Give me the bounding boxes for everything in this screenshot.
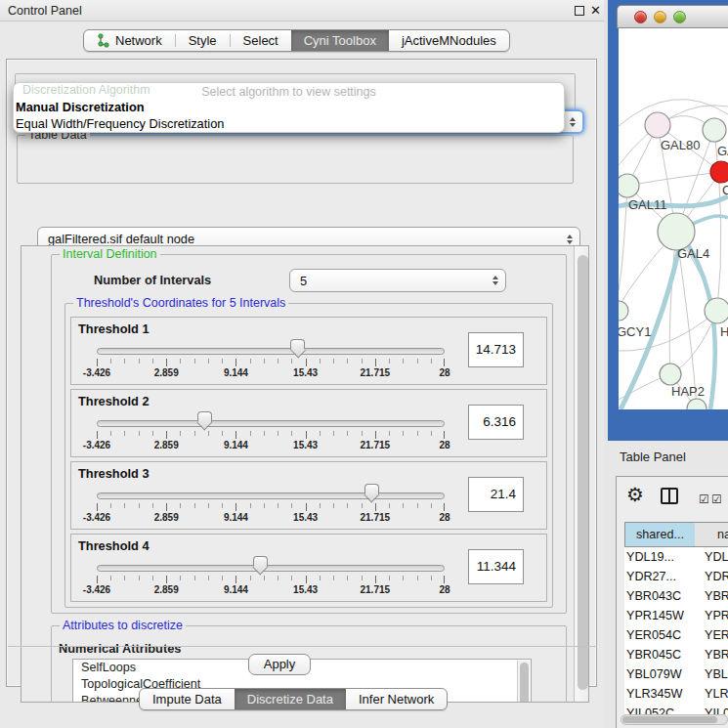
split-columns-icon[interactable]	[661, 488, 678, 504]
tick-label: -3.426	[83, 440, 110, 450]
node-label: GCY1	[619, 324, 651, 339]
threshold-1-panel: Threshold 1 -3.4262.8599.14415.4321.7152…	[70, 317, 547, 385]
tab-select-label: Select	[243, 33, 278, 48]
tab-infer-network-label: Infer Network	[359, 692, 434, 707]
node-gal11[interactable]	[619, 174, 639, 197]
numerical-attributes-label: Numerical Attributes	[59, 641, 181, 656]
close-traffic-light-icon[interactable]	[634, 11, 647, 23]
network-canvas[interactable]: GAL80GACGAL11GAL4GCY1HHAP2	[619, 28, 728, 409]
threshold-3-value-field[interactable]: 21.4	[468, 477, 524, 512]
node-selected-red[interactable]	[710, 161, 728, 183]
table-row[interactable]: YPR145WYPR1	[624, 606, 728, 625]
node-gal4[interactable]	[658, 213, 695, 250]
threshold-1-value-field[interactable]: 14.713	[468, 332, 524, 367]
control-panel: Control Panel ✕ Network Style Select Cyn…	[0, 0, 604, 728]
float-window-icon[interactable]	[575, 6, 584, 16]
threshold-4-slider-thumb[interactable]	[253, 556, 268, 567]
threshold-3-slider-track[interactable]	[97, 492, 445, 499]
table-row[interactable]: YDL19...YDL1	[624, 547, 728, 567]
horizontal-scrollbar[interactable]	[621, 714, 728, 725]
tab-impute-data[interactable]: Impute Data	[140, 689, 235, 709]
cell-name: YDL1	[705, 547, 728, 567]
option-equal-width-frequency[interactable]: Equal Width/Frequency Discretization	[16, 116, 224, 131]
node-label: GAL4	[677, 246, 709, 261]
divider	[8, 646, 597, 647]
tick-label: 28	[439, 512, 450, 523]
tick-label: 2.859	[154, 440, 179, 450]
checkbox-icon[interactable]: ☑	[699, 492, 709, 506]
column-header-name[interactable]: na	[695, 522, 728, 547]
tab-cyni-toolbox[interactable]: Cyni Toolbox	[291, 30, 389, 51]
tab-jactivemnodules-label: jActiveMNodules	[402, 33, 496, 48]
tab-discretize-data[interactable]: Discretize Data	[235, 689, 346, 709]
node-label: GAL11	[628, 197, 667, 212]
close-icon[interactable]: ✕	[590, 3, 601, 19]
control-panel-titlebar: Control Panel ✕	[0, 0, 604, 21]
node[interactable]	[703, 118, 726, 142]
minimize-traffic-light-icon[interactable]	[654, 11, 666, 23]
threshold-3-slider-thumb[interactable]	[364, 484, 379, 494]
threshold-1-slider-thumb[interactable]	[290, 339, 305, 350]
table-row[interactable]: YBR045CYBR0	[624, 645, 728, 664]
tab-infer-network[interactable]: Infer Network	[346, 689, 447, 709]
zoom-traffic-light-icon[interactable]	[673, 11, 686, 23]
vertical-scrollbar[interactable]	[574, 246, 589, 703]
cell-shared-name: YBL079W	[626, 664, 682, 684]
tab-discretize-data-label: Discretize Data	[247, 692, 333, 707]
checkbox-icon[interactable]: ☑	[711, 492, 722, 506]
threshold-4-value-field[interactable]: 11.344	[468, 549, 524, 584]
tick-label: -3.426	[83, 512, 110, 523]
table-row[interactable]: YBL079WYBL0	[624, 664, 728, 684]
cyni-toolbox-panel: Table Data galFiltered.sif default node …	[6, 59, 597, 687]
number-of-intervals-combobox[interactable]: 5	[289, 269, 506, 292]
node-gal80[interactable]	[645, 112, 670, 138]
number-of-intervals-label: Number of Intervals	[94, 273, 211, 287]
apply-button[interactable]: Apply	[248, 654, 311, 675]
threshold-3-panel: Threshold 3 -3.4262.8599.14415.4321.7152…	[70, 461, 547, 530]
network-window-titlebar[interactable]	[617, 5, 728, 28]
gear-icon[interactable]: ⚙	[626, 485, 644, 504]
cell-shared-name: YBR045C	[626, 645, 681, 664]
threshold-2-value-field[interactable]: 6.316	[468, 405, 524, 440]
slider-tick-labels: -3.4262.8599.14415.4321.71528	[97, 367, 445, 380]
tab-jactivemnodules[interactable]: jActiveMNodules	[389, 30, 509, 51]
threshold-1-slider-track[interactable]	[97, 348, 445, 355]
tick-label: 28	[439, 440, 450, 450]
node[interactable]	[705, 298, 728, 323]
tab-cyni-toolbox-label: Cyni Toolbox	[304, 33, 376, 48]
tick-label: 2.859	[154, 367, 179, 378]
column-header-shared-name[interactable]: shared...	[624, 522, 696, 547]
settings-scrollpane: Interval Definition Number of Intervals …	[21, 245, 589, 703]
threshold-4-slider-track[interactable]	[97, 565, 445, 572]
scrollbar-thumb[interactable]	[578, 255, 588, 690]
node-table: ⚙ ☑ ☑ shared... na YDL19...YDL1YDR27...Y…	[616, 476, 728, 728]
scrollbar-thumb[interactable]	[622, 716, 717, 723]
table-data-group: Table Data galFiltered.sif default node	[17, 135, 574, 184]
threshold-2-slider-thumb[interactable]	[197, 411, 212, 422]
tab-network[interactable]: Network	[84, 30, 175, 51]
column-header-name-label: na	[717, 523, 728, 546]
tick-label: 15.43	[293, 367, 318, 378]
threshold-2-slider-track[interactable]	[97, 420, 445, 427]
node-hap2[interactable]	[660, 364, 681, 385]
slider-tick-labels: -3.4262.8599.14415.4321.71528	[97, 440, 445, 452]
table-body: YDL19...YDL1YDR27...YDR2YBR043CYBR0YPR14…	[624, 547, 728, 714]
node-label: C	[722, 183, 728, 197]
option-manual-discretization[interactable]: Manual Discretization	[16, 100, 145, 114]
table-row[interactable]: YIL052CYIL0	[624, 704, 728, 714]
tab-select[interactable]: Select	[231, 30, 291, 51]
threshold-1-label: Threshold 1	[78, 321, 150, 336]
tick-label: 21.715	[361, 512, 391, 523]
table-row[interactable]: YBR043CYBR0	[624, 586, 728, 606]
node-gcy1[interactable]	[619, 301, 628, 321]
table-row[interactable]: YER054CYER0	[624, 625, 728, 645]
cell-name: YIL0	[705, 704, 728, 714]
table-row[interactable]: YLR345WYLR3	[624, 684, 728, 704]
tick-label: 15.43	[293, 512, 318, 523]
tick-label: 9.144	[224, 584, 248, 595]
list-scrollbar[interactable]	[517, 661, 530, 703]
tab-style[interactable]: Style	[176, 30, 230, 51]
tick-label: 9.144	[224, 367, 248, 378]
algorithm-prompt-option: Select algorithm to view settings	[14, 85, 564, 99]
table-row[interactable]: YDR27...YDR2	[624, 567, 728, 586]
